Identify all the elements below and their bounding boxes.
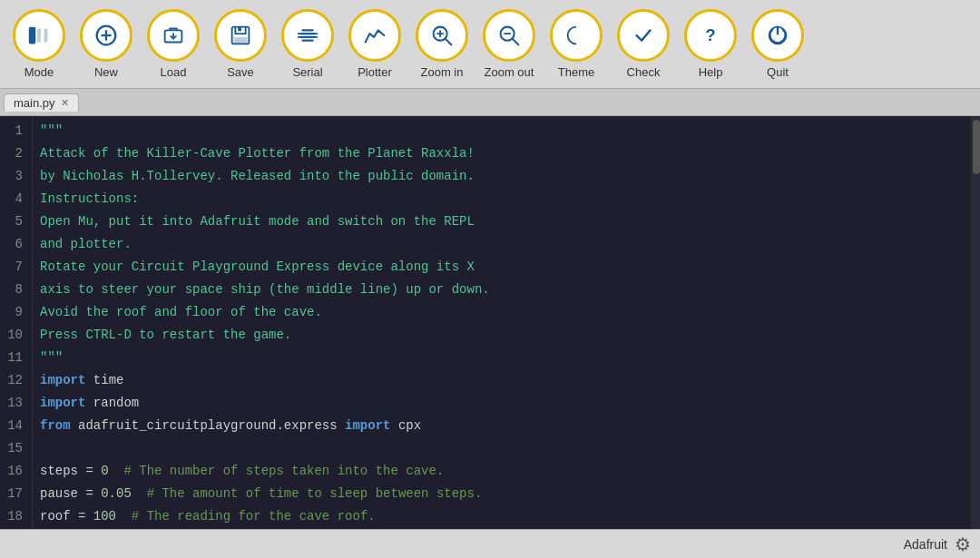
line-num: 3 xyxy=(7,165,23,188)
line-num: 6 xyxy=(7,233,23,256)
tab-close-icon[interactable]: ✕ xyxy=(61,97,69,109)
line-num: 2 xyxy=(7,142,23,165)
new-icon xyxy=(80,9,132,62)
editor-area: 1 2 3 4 5 6 7 8 9 10 11 12 13 14 15 16 1… xyxy=(0,116,980,529)
plotter-button[interactable]: Plotter xyxy=(343,9,407,79)
settings-gear-icon[interactable]: ⚙ xyxy=(955,534,971,555)
serial-label: Serial xyxy=(292,65,322,79)
line-num: 8 xyxy=(7,279,23,301)
plotter-label: Plotter xyxy=(358,65,392,79)
line-num: 13 xyxy=(7,392,23,415)
line-num: 11 xyxy=(7,347,23,369)
quit-button[interactable]: Quit xyxy=(746,9,809,79)
status-bar: Adafruit ⚙ xyxy=(0,529,980,558)
theme-label: Theme xyxy=(558,65,594,79)
zoom-in-icon xyxy=(416,9,468,62)
zoom-out-label: Zoom out xyxy=(485,65,534,79)
scrollbar-thumb[interactable] xyxy=(973,120,980,174)
svg-line-13 xyxy=(513,39,519,45)
line-num: 5 xyxy=(7,210,23,233)
serial-button[interactable]: Serial xyxy=(276,9,339,79)
help-button[interactable]: ? Help xyxy=(679,9,742,79)
line-num: 18 xyxy=(7,505,23,528)
tab-label: main.py xyxy=(14,96,55,110)
help-icon: ? xyxy=(684,9,737,62)
line-num: 15 xyxy=(7,437,23,460)
zoom-in-label: Zoom in xyxy=(421,65,464,79)
line-num: 4 xyxy=(7,188,23,210)
theme-button[interactable]: Theme xyxy=(544,9,608,79)
svg-text:?: ? xyxy=(705,25,715,44)
new-button[interactable]: New xyxy=(74,9,138,79)
mode-icon xyxy=(13,9,65,62)
save-icon xyxy=(214,9,267,62)
line-num: 7 xyxy=(7,256,23,279)
vertical-scrollbar[interactable] xyxy=(971,116,980,529)
line-num: 10 xyxy=(7,324,23,347)
load-icon xyxy=(147,9,200,62)
toolbar: Mode New Load Save Serial Plotter xyxy=(0,0,980,89)
check-label: Check xyxy=(627,65,661,79)
quit-label: Quit xyxy=(767,65,789,79)
check-icon xyxy=(617,9,670,62)
code-editor[interactable]: """ Attack of the Killer-Cave Plotter fr… xyxy=(33,116,971,529)
load-button[interactable]: Load xyxy=(142,9,205,79)
new-label: New xyxy=(94,65,118,79)
line-num: 1 xyxy=(7,120,23,142)
svg-line-10 xyxy=(446,39,452,45)
mode-label: Mode xyxy=(24,65,54,79)
save-button[interactable]: Save xyxy=(209,9,272,79)
serial-icon xyxy=(281,9,334,62)
mode-status: Adafruit xyxy=(904,537,947,552)
theme-icon xyxy=(550,9,603,62)
zoom-out-icon xyxy=(483,9,535,62)
save-label: Save xyxy=(227,65,254,79)
plotter-icon xyxy=(348,9,401,62)
check-button[interactable]: Check xyxy=(612,9,675,79)
tab-main-py[interactable]: main.py ✕ xyxy=(4,93,79,112)
zoom-out-button[interactable]: Zoom out xyxy=(477,9,541,79)
tab-bar: main.py ✕ xyxy=(0,89,980,116)
quit-icon xyxy=(751,9,804,62)
help-label: Help xyxy=(699,65,723,79)
line-num: 12 xyxy=(7,369,23,392)
svg-rect-0 xyxy=(29,27,36,44)
line-numbers: 1 2 3 4 5 6 7 8 9 10 11 12 13 14 15 16 1… xyxy=(0,116,33,529)
load-label: Load xyxy=(161,65,187,79)
line-num: 9 xyxy=(7,301,23,324)
zoom-in-button[interactable]: Zoom in xyxy=(410,9,474,79)
mode-button[interactable]: Mode xyxy=(7,9,71,79)
line-num: 14 xyxy=(7,415,23,437)
svg-rect-6 xyxy=(238,27,241,32)
line-num: 17 xyxy=(7,483,23,505)
line-num: 16 xyxy=(7,460,23,483)
